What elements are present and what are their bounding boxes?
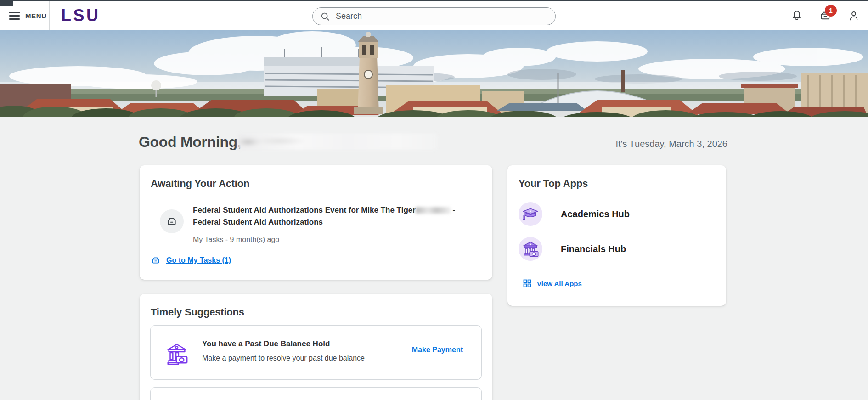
- redacted-user-name: [238, 134, 437, 150]
- lsu-logo[interactable]: LSU: [61, 7, 100, 26]
- app-label: Academics Hub: [561, 209, 630, 220]
- page-greeting: Good Morning,: [139, 134, 242, 151]
- suggestion-title: You have a Past Due Balance Hold: [202, 339, 330, 349]
- go-to-tasks-inbox-icon: [151, 255, 161, 265]
- top-apps-card-title: Your Top Apps: [519, 178, 588, 190]
- profile-icon: [848, 10, 860, 22]
- view-all-apps-link[interactable]: View All Apps: [523, 279, 582, 287]
- my-tasks-inbox-button[interactable]: 1: [818, 9, 832, 23]
- menu-button-label: MENU: [25, 12, 47, 20]
- profile-button[interactable]: [847, 9, 861, 23]
- task-meta: My Tasks - 9 month(s) ago: [193, 236, 279, 244]
- topbar: MENU LSU: [0, 0, 868, 30]
- task-inbox-icon: [166, 215, 178, 227]
- view-all-apps-grid-icon: [523, 279, 531, 287]
- your-top-apps-card: Your Top Apps Academics Hub: [507, 165, 726, 306]
- go-to-my-tasks-link[interactable]: Go to My Tasks (1): [151, 255, 231, 265]
- bank-icon: [521, 240, 540, 258]
- app-item-financials-hub[interactable]: Financials Hub: [519, 237, 626, 261]
- lsu-workday-home: MENU LSU: [0, 0, 868, 400]
- academics-hub-avatar: [519, 202, 542, 226]
- timely-suggestions-card: Timely Suggestions You have a Past Due B…: [140, 294, 492, 400]
- search-bar: [312, 7, 556, 25]
- suggestion-description: Make a payment to resolve your past due …: [202, 354, 365, 362]
- hero-campus-image: [0, 30, 868, 117]
- date-line: It's Tuesday, March 3, 2026: [615, 139, 727, 149]
- app-item-academics-hub[interactable]: Academics Hub: [519, 202, 630, 226]
- suggestion-item-past-due-balance: You have a Past Due Balance Hold Make a …: [150, 325, 482, 380]
- suggestion-item-next: [150, 387, 482, 400]
- topbar-actions: 1: [790, 1, 861, 30]
- search-input[interactable]: [336, 11, 548, 21]
- view-all-apps-label: View All Apps: [537, 280, 582, 287]
- awaiting-your-action-card: Awaiting Your Action Federal Student Aid…: [140, 165, 492, 280]
- bell-icon: [791, 10, 803, 22]
- bank-money-icon: [164, 341, 189, 367]
- task-avatar: [160, 209, 184, 233]
- go-to-my-tasks-label: Go to My Tasks (1): [166, 256, 231, 265]
- notification-badge: 1: [825, 5, 837, 17]
- app-label: Financials Hub: [561, 244, 626, 254]
- topbar-divider: [49, 1, 50, 30]
- hamburger-icon: [9, 12, 20, 20]
- search-icon: [320, 11, 330, 22]
- make-payment-link[interactable]: Make Payment: [412, 346, 463, 354]
- menu-button[interactable]: MENU: [9, 1, 47, 30]
- awaiting-card-title: Awaiting Your Action: [151, 178, 249, 190]
- task-title-part1: Federal Student Aid Authorizations Event…: [193, 206, 416, 214]
- graduation-cap-icon: [521, 205, 540, 223]
- suggestions-card-title: Timely Suggestions: [151, 306, 244, 318]
- financials-hub-avatar: [519, 237, 542, 261]
- task-title[interactable]: Federal Student Aid Authorizations Event…: [193, 204, 473, 228]
- notifications-button[interactable]: [790, 9, 804, 23]
- lsu-logo-text: LSU: [61, 7, 99, 24]
- redacted-student-id: [416, 207, 451, 214]
